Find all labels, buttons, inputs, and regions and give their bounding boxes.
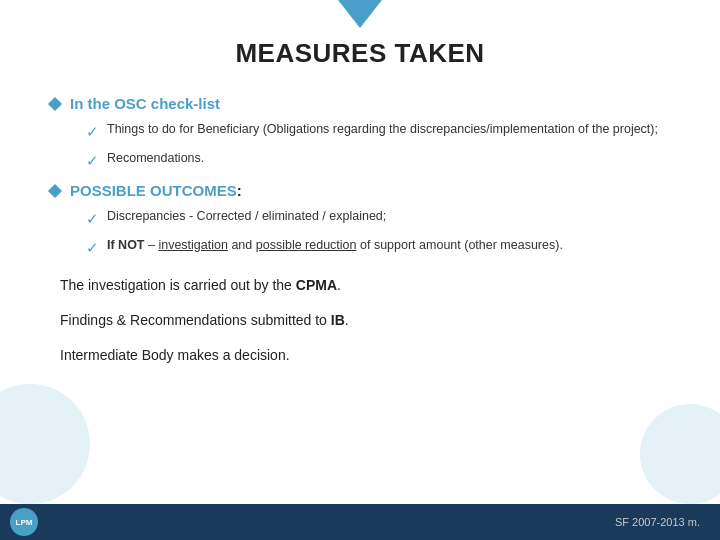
bottom-logo: LPM xyxy=(10,508,60,536)
statement1-before: The investigation is carried out by the xyxy=(60,277,296,293)
and-text: and xyxy=(231,238,255,252)
diamond-icon xyxy=(48,183,62,197)
section1-item-1: ✓ Things to do for Beneficiary (Obligati… xyxy=(86,120,670,144)
section1-title: In the OSC check-list xyxy=(70,95,220,112)
checkmark-icon: ✓ xyxy=(86,208,99,231)
statement-1: The investigation is carried out by the … xyxy=(60,275,670,296)
section2-item2-text: If NOT – investigation and possible redu… xyxy=(107,236,563,255)
section2-item1-text: Discrepancies - Corrected / eliminated /… xyxy=(107,207,386,226)
statement2-before: Findings & Recommendations submitted to xyxy=(60,312,331,328)
checkmark-icon: ✓ xyxy=(86,121,99,144)
diamond-icon xyxy=(48,96,62,110)
section1-item2-text: Recomendations. xyxy=(107,149,204,168)
section1-item-2: ✓ Recomendations. xyxy=(86,149,670,173)
statement-2: Findings & Recommendations submitted to … xyxy=(60,310,670,331)
bottom-bar: LPM SF 2007-2013 m. xyxy=(0,504,720,540)
section2-title: POSSIBLE OUTCOMES xyxy=(70,182,237,199)
bg-circle-left xyxy=(0,384,90,504)
possible-reduction-text: possible reduction xyxy=(256,238,357,252)
checkmark-icon: ✓ xyxy=(86,150,99,173)
if-not-text: If NOT xyxy=(107,238,145,252)
investigation-text: investigation xyxy=(158,238,228,252)
statement2-after: . xyxy=(345,312,349,328)
top-arrow-decoration xyxy=(338,0,382,28)
dash-text: – xyxy=(148,238,158,252)
statement1-after: . xyxy=(337,277,341,293)
statements-section: The investigation is carried out by the … xyxy=(50,275,670,366)
sf-text: SF 2007-2013 m. xyxy=(615,516,700,528)
section2-colon: : xyxy=(237,182,242,199)
statement-3: Intermediate Body makes a decision. xyxy=(60,345,670,366)
section2-item-1: ✓ Discrepancies - Corrected / eliminated… xyxy=(86,207,670,231)
logo-circle: LPM xyxy=(10,508,38,536)
section2-item-2: ✓ If NOT – investigation and possible re… xyxy=(86,236,670,260)
statement3-text: Intermediate Body makes a decision. xyxy=(60,347,290,363)
checkmark-icon: ✓ xyxy=(86,237,99,260)
logo-text: LPM xyxy=(16,518,33,527)
section2-header: POSSIBLE OUTCOMES : xyxy=(50,182,670,199)
statement2-bold: IB xyxy=(331,312,345,328)
statement1-bold: CPMA xyxy=(296,277,337,293)
section1-item1-text: Things to do for Beneficiary (Obligation… xyxy=(107,120,658,139)
section1-header: In the OSC check-list xyxy=(50,95,670,112)
bg-circle-right xyxy=(640,404,720,504)
suffix-text: of support amount (other measures). xyxy=(360,238,563,252)
